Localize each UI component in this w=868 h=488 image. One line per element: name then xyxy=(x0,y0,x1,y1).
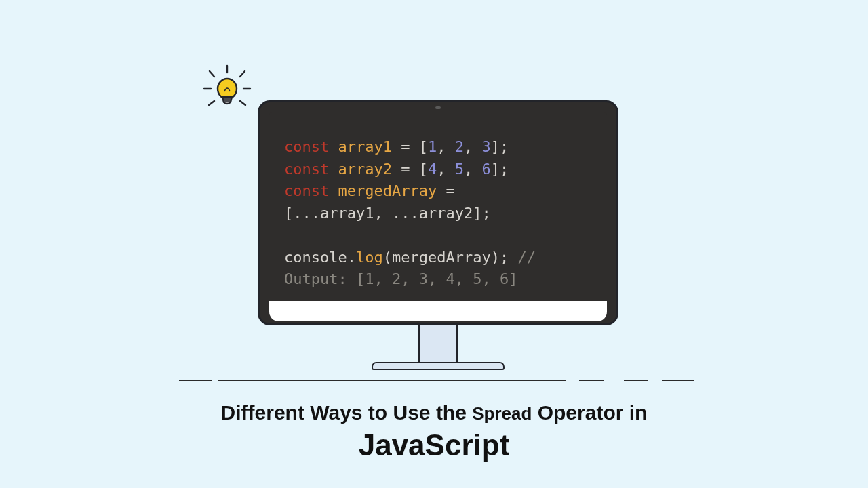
monitor-illustration: const array1 = [1, 2, 3]; const array2 =… xyxy=(258,100,618,370)
code-line-4: [...array1, ...array2]; xyxy=(284,203,592,225)
code-line-1: const array1 = [1, 2, 3]; xyxy=(284,136,592,159)
title-line-2: JavaScript xyxy=(0,428,868,462)
code-line-3: const mergedArray = xyxy=(284,180,592,203)
ground-line xyxy=(179,380,694,381)
code-screen: const array1 = [1, 2, 3]; const array2 =… xyxy=(269,112,607,302)
svg-point-7 xyxy=(218,79,237,99)
camera-dot xyxy=(435,106,441,109)
code-line-6: console.log(mergedArray); // xyxy=(284,247,592,269)
code-line-7: Output: [1, 2, 3, 4, 5, 6] xyxy=(284,268,592,291)
svg-line-6 xyxy=(240,101,245,105)
code-line-blank xyxy=(284,224,592,247)
monitor-neck xyxy=(418,325,458,362)
monitor-frame: const array1 = [1, 2, 3]; const array2 =… xyxy=(258,100,618,325)
svg-line-1 xyxy=(210,71,214,77)
code-line-2: const array2 = [4, 5, 6]; xyxy=(284,159,592,181)
title-block: Different Ways to Use the Spread Operato… xyxy=(0,401,868,462)
title-line-1: Different Ways to Use the Spread Operato… xyxy=(0,401,868,424)
lightbulb-icon xyxy=(200,64,254,119)
svg-line-5 xyxy=(209,101,214,105)
monitor-base xyxy=(372,362,505,370)
monitor-chin xyxy=(269,301,607,321)
svg-line-2 xyxy=(240,71,245,77)
